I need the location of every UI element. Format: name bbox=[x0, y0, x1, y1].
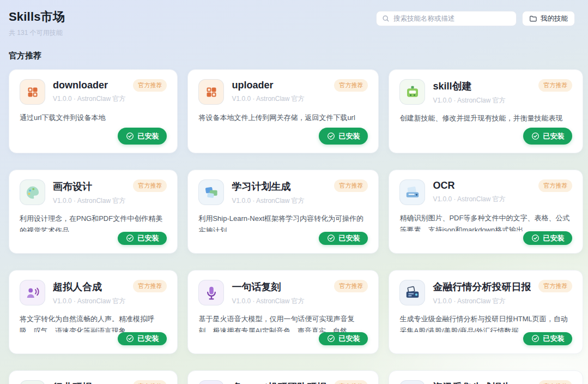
card-head-text: skill创建 V1.0.0 · AstronClaw 官方 bbox=[433, 79, 505, 105]
skills-market-page: Skills市场 共 131 个可用技能 我的技能 官方推荐 downloade… bbox=[0, 0, 588, 384]
card-head-text: downloader V1.0.0 · AstronClaw 官方 bbox=[53, 79, 125, 104]
official-badge: 官方推荐 bbox=[133, 79, 167, 92]
check-circle-icon bbox=[531, 334, 539, 343]
official-badge: 官方推荐 bbox=[133, 280, 167, 292]
check-circle-icon bbox=[327, 234, 335, 242]
installed-label: 已安装 bbox=[338, 131, 360, 141]
installed-button[interactable]: 已安装 bbox=[118, 128, 167, 145]
skill-title: 资讯采集生成报告 bbox=[433, 381, 511, 384]
fax-machine-icon bbox=[399, 280, 425, 305]
official-badge: 官方推荐 bbox=[133, 380, 167, 384]
page-header: Skills市场 共 131 个可用技能 我的技能 bbox=[9, 9, 575, 38]
official-badge: 官方推荐 bbox=[538, 79, 572, 92]
robot-machine-icon bbox=[399, 79, 425, 105]
skill-description: 将设备本地文件上传到网关存储，返回文件下载url bbox=[198, 112, 368, 124]
card-head-text: uploader V1.0.0 · AstronClaw 官方 bbox=[232, 79, 304, 104]
check-circle-icon bbox=[327, 334, 335, 343]
skill-card[interactable]: 金融行情分析投研日报 V1.0.0 · AstronClaw 官方 官方推荐 生… bbox=[389, 270, 583, 354]
card-header: 超拟人合成 V1.0.0 · AstronClaw 官方 官方推荐 bbox=[20, 280, 167, 306]
card-head-text: 画布设计 V1.0.0 · AstronClaw 官方 bbox=[53, 179, 125, 206]
skill-card[interactable]: 画布设计 V1.0.0 · AstronClaw 官方 官方推荐 利用设计理念，… bbox=[9, 170, 178, 254]
skill-title: 超拟人合成 bbox=[53, 280, 125, 293]
study-plan-icon bbox=[198, 179, 224, 205]
skill-version: V1.0.0 · AstronClaw 官方 bbox=[232, 94, 304, 104]
skill-version: V1.0.0 · AstronClaw 官方 bbox=[433, 195, 505, 204]
folder-icon bbox=[529, 15, 537, 22]
check-circle-icon bbox=[126, 132, 134, 140]
skill-version: V1.0.0 · AstronClaw 官方 bbox=[53, 94, 125, 104]
card-head-text: OCR V1.0.0 · AstronClaw 官方 bbox=[433, 179, 505, 204]
installed-button[interactable]: 已安装 bbox=[118, 332, 167, 346]
check-circle-icon bbox=[327, 132, 335, 140]
skill-card[interactable]: uploader V1.0.0 · AstronClaw 官方 官方推荐 将设备… bbox=[187, 69, 379, 153]
installed-button[interactable]: 已安装 bbox=[523, 332, 572, 346]
skill-version: V1.0.0 · AstronClaw 官方 bbox=[232, 196, 304, 206]
header-actions: 我的技能 bbox=[376, 11, 575, 26]
skill-title: downloader bbox=[53, 80, 125, 91]
skill-description: 利用设计理念，在PNG和PDF文件中创作精美的视觉艺术作品 bbox=[20, 213, 167, 232]
installed-button[interactable]: 已安装 bbox=[319, 232, 368, 245]
skill-card[interactable]: 多agent投研团队研报 官方推荐 已安装 bbox=[187, 370, 379, 384]
voice-synthesis-icon bbox=[20, 280, 45, 305]
skill-title: 一句话复刻 bbox=[232, 280, 304, 293]
skill-description: 基于星火语音大模型，仅用一句话便可实现声音复刻，极速拥有专属AI定制音色。声音真… bbox=[198, 313, 368, 332]
skill-title: 学习计划生成 bbox=[232, 180, 304, 193]
card-header: 多agent投研团队研报 官方推荐 bbox=[198, 380, 368, 384]
official-badge: 官方推荐 bbox=[538, 179, 572, 192]
skill-description: 创建新技能、修改并提升现有技能，并衡量技能表现 bbox=[399, 112, 572, 124]
skill-card[interactable]: downloader V1.0.0 · AstronClaw 官方 官方推荐 通… bbox=[9, 69, 178, 153]
skill-description: 生成专业级金融行情分析与投研日报HTML页面，自动采集A股/港股/美股/商品/外… bbox=[399, 313, 572, 332]
my-skills-label: 我的技能 bbox=[541, 14, 568, 23]
installed-button[interactable]: 已安装 bbox=[523, 128, 572, 145]
card-header: 学习计划生成 V1.0.0 · AstronClaw 官方 官方推荐 bbox=[198, 179, 368, 206]
skill-title: uploader bbox=[232, 80, 304, 91]
card-header: 金融行情分析投研日报 V1.0.0 · AstronClaw 官方 官方推荐 bbox=[399, 280, 572, 306]
skill-version: V1.0.0 · AstronClaw 官方 bbox=[232, 297, 304, 306]
skill-title: 画布设计 bbox=[53, 180, 125, 193]
check-circle-icon bbox=[126, 234, 134, 242]
skill-description: 精确识别图片、PDF等多种文件中的文字、表格、公式等要素，支持json和mark… bbox=[399, 212, 572, 231]
skill-card[interactable]: 资讯采集生成报告 官方推荐 已安装 bbox=[389, 370, 583, 384]
installed-button[interactable]: 已安装 bbox=[118, 232, 167, 245]
installed-label: 已安装 bbox=[338, 233, 360, 243]
skill-count-subtitle: 共 131 个可用技能 bbox=[9, 28, 65, 38]
card-header: downloader V1.0.0 · AstronClaw 官方 官方推荐 bbox=[20, 79, 167, 105]
skill-card[interactable]: skill创建 V1.0.0 · AstronClaw 官方 官方推荐 创建新技… bbox=[389, 69, 583, 153]
skill-card[interactable]: OCR V1.0.0 · AstronClaw 官方 官方推荐 精确识别图片、P… bbox=[389, 170, 583, 254]
skill-card[interactable]: 超拟人合成 V1.0.0 · AstronClaw 官方 官方推荐 将文字转化为… bbox=[9, 270, 178, 354]
app-grid-icon bbox=[20, 79, 45, 105]
installed-label: 已安装 bbox=[137, 233, 159, 243]
skill-card[interactable]: 一句话复刻 V1.0.0 · AstronClaw 官方 官方推荐 基于星火语音… bbox=[187, 270, 379, 354]
installed-label: 已安装 bbox=[543, 233, 564, 243]
search-icon bbox=[382, 15, 390, 22]
card-header: 一句话复刻 V1.0.0 · AstronClaw 官方 官方推荐 bbox=[198, 280, 368, 306]
card-header: uploader V1.0.0 · AstronClaw 官方 官方推荐 bbox=[198, 79, 368, 105]
my-skills-button[interactable]: 我的技能 bbox=[522, 11, 575, 26]
installed-button[interactable]: 已安装 bbox=[319, 332, 368, 346]
multi-agent-icon bbox=[198, 380, 224, 384]
official-badge: 官方推荐 bbox=[334, 179, 368, 192]
official-badge: 官方推荐 bbox=[133, 179, 167, 192]
skill-title: 行业研报 bbox=[53, 381, 92, 384]
installed-label: 已安装 bbox=[137, 334, 159, 344]
official-badge: 官方推荐 bbox=[334, 280, 368, 292]
scanner-icon bbox=[399, 179, 425, 205]
search-input[interactable] bbox=[393, 11, 511, 26]
skill-card[interactable]: 行业研报 官方推荐 已安装 bbox=[9, 370, 178, 384]
installed-button[interactable]: 已安装 bbox=[523, 231, 572, 245]
installed-label: 已安装 bbox=[338, 334, 360, 344]
search-box[interactable] bbox=[376, 11, 517, 26]
card-head-text: 多agent投研团队研报 bbox=[232, 380, 326, 384]
skill-description: 通过url下载文件到设备本地 bbox=[20, 112, 167, 124]
skill-version: V1.0.0 · AstronClaw 官方 bbox=[433, 297, 531, 306]
official-badge: 官方推荐 bbox=[538, 280, 572, 292]
card-head-text: 金融行情分析投研日报 V1.0.0 · AstronClaw 官方 bbox=[433, 280, 531, 306]
card-head-text: 行业研报 bbox=[53, 380, 92, 384]
skill-card[interactable]: 学习计划生成 V1.0.0 · AstronClaw 官方 官方推荐 利用Shi… bbox=[187, 170, 379, 254]
skill-title: 金融行情分析投研日报 bbox=[433, 280, 531, 293]
installed-button[interactable]: 已安装 bbox=[319, 128, 368, 145]
card-header: 资讯采集生成报告 官方推荐 bbox=[399, 380, 572, 384]
skill-description: 将文字转化为自然流畅的人声。精准模拟呼吸、叹气、语速变化等副语言现象 bbox=[20, 313, 167, 332]
official-badge: 官方推荐 bbox=[334, 380, 368, 384]
card-header: 行业研报 官方推荐 bbox=[20, 380, 167, 384]
